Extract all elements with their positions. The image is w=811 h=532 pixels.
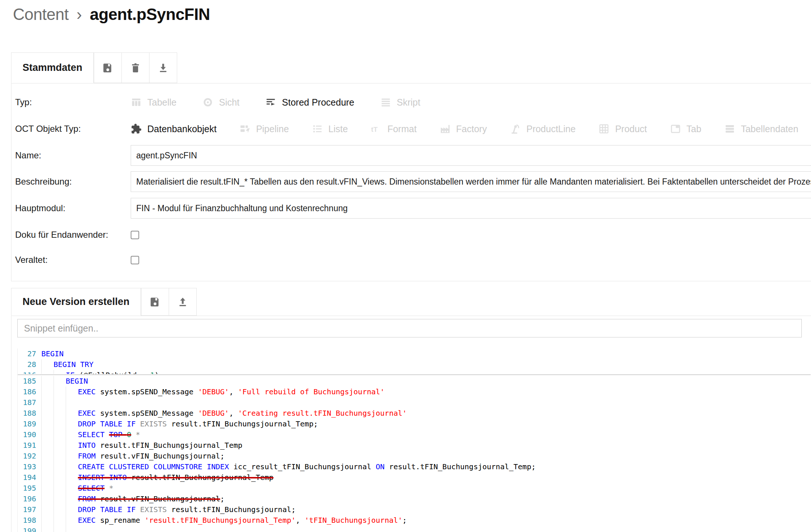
oct-option-label: Format <box>387 124 416 134</box>
line-number: 116 <box>18 370 36 374</box>
version-toolbar-buttons <box>141 288 197 316</box>
download-button[interactable] <box>149 52 177 83</box>
page-title: agent.pSyncFIN <box>90 5 210 23</box>
oct-option-tabellendaten[interactable]: Tabellendaten <box>724 123 798 134</box>
typ-option-stored-procedure[interactable]: Stored Procedure <box>265 97 354 108</box>
code-token: 1 <box>150 370 155 374</box>
indent-guide <box>54 429 66 440</box>
code-token: EXISTS <box>140 504 171 515</box>
breadcrumb: Content › agent.pSyncFIN <box>13 5 210 24</box>
oct-objekt-typ-options: DatenbankobjektPipelineListetTFormatFact… <box>131 123 811 134</box>
code-token: = <box>141 370 150 374</box>
indent-guide <box>54 419 66 429</box>
indent-guide <box>66 472 78 483</box>
name-field[interactable] <box>131 145 811 166</box>
indent-guide <box>41 483 54 494</box>
code-token: DROP TABLE IF <box>78 504 140 515</box>
veraltet-label: Veraltet: <box>15 255 131 265</box>
code-token: ON <box>376 461 389 472</box>
stammdaten-title: Stammdaten <box>11 52 94 83</box>
hauptmodul-field[interactable] <box>131 198 811 219</box>
indent-guide <box>41 504 54 515</box>
oct-option-factory[interactable]: Factory <box>440 123 487 134</box>
code-line: 27BEGIN <box>18 349 811 359</box>
version-panel: 27BEGIN28BEGIN TRY116IF (@FullRebuild = … <box>11 316 811 532</box>
indent-guide <box>66 483 78 494</box>
line-number: 28 <box>18 359 36 370</box>
oct-option-liste[interactable]: Liste <box>312 123 348 134</box>
line-number: 197 <box>18 504 36 515</box>
code-token <box>104 429 109 440</box>
format-icon: tT <box>371 123 382 134</box>
indent-guide <box>66 494 78 504</box>
snippet-input[interactable] <box>17 319 802 337</box>
line-number: 188 <box>18 408 36 419</box>
code-line: 28BEGIN TRY <box>18 359 811 370</box>
code-token: EXEC <box>78 387 100 397</box>
veraltet-checkbox[interactable] <box>131 256 139 264</box>
code-line: 193CREATE CLUSTERED COLUMNSTORE INDEX ic… <box>18 461 811 472</box>
code-token: 'result.tFIN_Buchungsjournal_Temp' <box>145 515 296 526</box>
typ-options: TabelleSichtStored ProcedureSkript <box>131 97 811 108</box>
typ-option-skript[interactable]: Skript <box>380 97 420 108</box>
beschreibung-field[interactable] <box>131 171 811 192</box>
oct-option-tab[interactable]: Tab <box>670 123 701 134</box>
code-token: SELECT <box>78 429 104 440</box>
eye-icon <box>202 97 213 108</box>
code-line: 188EXEC system.spSEND_Message 'DEBUG', '… <box>18 408 811 419</box>
indent-guide <box>54 515 66 526</box>
typ-option-label: Stored Procedure <box>282 97 354 108</box>
line-number: 195 <box>18 483 36 494</box>
indent-guide <box>41 472 54 483</box>
indent-guide <box>54 483 66 494</box>
oct-option-label: Pipeline <box>256 124 289 134</box>
indent-guide <box>54 494 66 504</box>
line-number: 198 <box>18 515 36 526</box>
tab-icon <box>670 123 681 134</box>
oct-option-datenbankobjekt[interactable]: Datenbankobjekt <box>131 123 217 134</box>
oct-option-productline[interactable]: ProductLine <box>510 123 575 134</box>
upload-button[interactable] <box>169 288 197 316</box>
oct-objekt-typ-label: OCT Objekt Typ: <box>15 124 131 134</box>
code-token: IF <box>66 370 79 374</box>
code-token: ; <box>220 494 224 504</box>
indent-guide <box>54 370 66 374</box>
code-token: ) <box>155 370 159 374</box>
indent-guide <box>54 376 66 387</box>
indent-guide <box>41 370 54 374</box>
save-button[interactable] <box>141 288 169 316</box>
indent-guide <box>41 408 54 419</box>
trash-button[interactable] <box>121 52 150 83</box>
line-number: 191 <box>18 440 36 451</box>
code-token: result.tFIN_Buchungsjournal; <box>171 504 296 515</box>
code-token: result.tFIN_Buchungsjournal_Temp <box>100 440 242 451</box>
code-token: (@FullRebuild <box>79 370 141 374</box>
indent-guide <box>66 419 78 429</box>
code-token: * <box>136 429 140 440</box>
indent-guide <box>41 359 54 370</box>
pipeline-icon <box>240 123 251 134</box>
oct-option-format[interactable]: tTFormat <box>371 123 416 134</box>
oct-option-pipeline[interactable]: Pipeline <box>240 123 289 134</box>
code-editor[interactable]: 27BEGIN28BEGIN TRY116IF (@FullRebuild = … <box>17 349 811 532</box>
line-number: 189 <box>18 419 36 429</box>
save-button[interactable] <box>94 52 122 83</box>
indent-guide <box>54 387 66 397</box>
doku-checkbox[interactable] <box>131 231 139 239</box>
indent-guide <box>41 526 54 532</box>
code-token: CREATE CLUSTERED COLUMNSTORE INDEX <box>78 461 233 472</box>
breadcrumb-content[interactable]: Content <box>13 5 69 23</box>
oct-option-label: Datenbankobjekt <box>147 124 217 134</box>
oct-option-product[interactable]: Product <box>598 123 647 134</box>
line-number: 199 <box>18 526 36 532</box>
code-line: 196FROM result.vFIN_Buchungsjournal; <box>18 494 811 504</box>
code-token: result.tFIN_Buchungsjournal_Temp; <box>171 419 318 429</box>
indent-guide <box>66 387 78 397</box>
indent-guide <box>54 440 66 451</box>
code-line: 198EXEC sp_rename 'result.tFIN_Buchungsj… <box>18 515 811 526</box>
deleted-code: SELECT <box>78 483 104 494</box>
line-number: 194 <box>18 472 36 483</box>
typ-option-tabelle[interactable]: Tabelle <box>131 97 176 108</box>
typ-option-sicht[interactable]: Sicht <box>202 97 240 108</box>
oct-option-label: Liste <box>329 124 348 134</box>
